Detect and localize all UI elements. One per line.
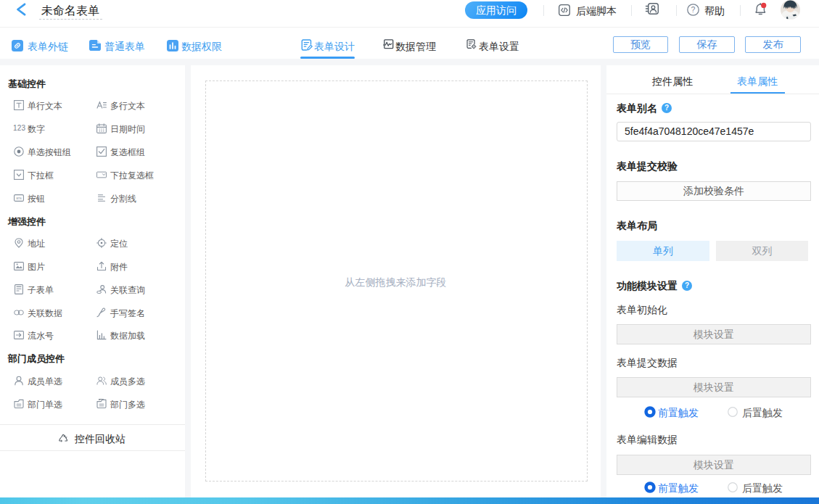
svg-text:?: ? bbox=[691, 5, 696, 14]
svg-text:BTN: BTN bbox=[16, 197, 22, 200]
